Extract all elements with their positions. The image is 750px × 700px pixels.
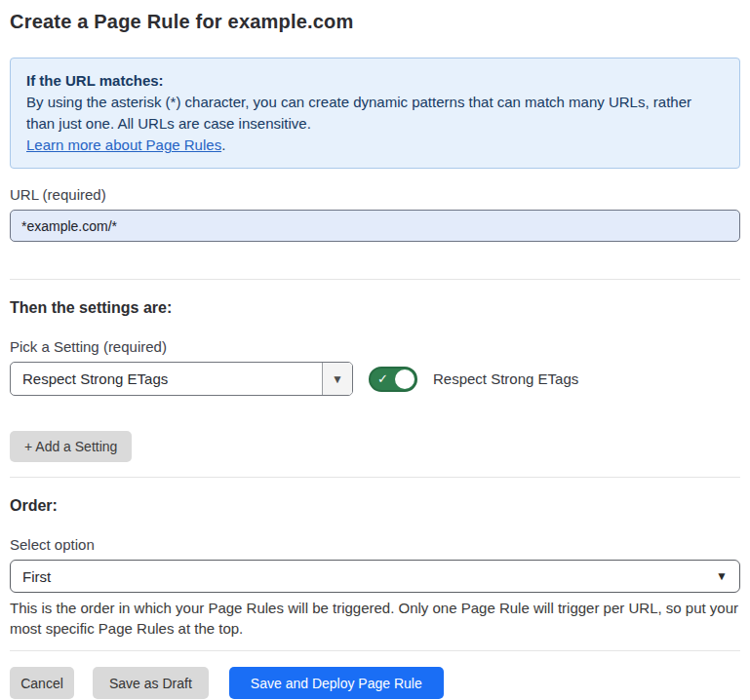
info-box-link-line: Learn more about Page Rules. [26,135,724,156]
setting-row: Respect Strong ETags ▼ ✓ Respect Strong … [10,362,740,396]
divider [10,477,740,478]
create-page-rule-panel: Create a Page Rule for example.com If th… [0,0,750,700]
check-icon: ✓ [377,372,388,385]
setting-toggle-group: ✓ Respect Strong ETags [369,367,578,392]
order-help-text: This is the order in which your Page Rul… [10,598,740,639]
chevron-down-icon: ▼ [716,569,728,583]
learn-more-link[interactable]: Learn more about Page Rules [26,136,221,153]
url-match-info-box: If the URL matches: By using the asteris… [10,58,740,169]
setting-dropdown-value: Respect Strong ETags [11,363,322,395]
pick-setting-label: Pick a Setting (required) [10,338,740,356]
cancel-button[interactable]: Cancel [10,667,74,699]
save-as-draft-button[interactable]: Save as Draft [93,667,209,699]
info-box-body: By using the asterisk (*) character, you… [26,92,724,135]
footer-actions: Cancel Save as Draft Save and Deploy Pag… [10,667,740,699]
divider [10,279,740,280]
order-section-heading: Order: [10,496,740,515]
link-period: . [221,136,225,153]
divider [10,650,740,651]
toggle-label: Respect Strong ETags [433,370,578,387]
toggle-knob [395,369,414,389]
info-box-heading: If the URL matches: [26,70,724,92]
setting-dropdown[interactable]: Respect Strong ETags ▼ [10,362,353,396]
order-dropdown-value: First [22,568,51,585]
settings-section-heading: Then the settings are: [10,298,740,317]
respect-etags-toggle[interactable]: ✓ [369,367,417,392]
select-option-label: Select option [10,536,740,554]
chevron-down-icon[interactable]: ▼ [322,363,352,395]
url-input[interactable] [10,210,740,242]
page-title: Create a Page Rule for example.com [10,10,740,33]
order-dropdown[interactable]: First ▼ [10,560,740,593]
url-field-label: URL (required) [10,186,740,204]
add-setting-button[interactable]: + Add a Setting [10,431,132,462]
save-and-deploy-button[interactable]: Save and Deploy Page Rule [229,667,444,699]
